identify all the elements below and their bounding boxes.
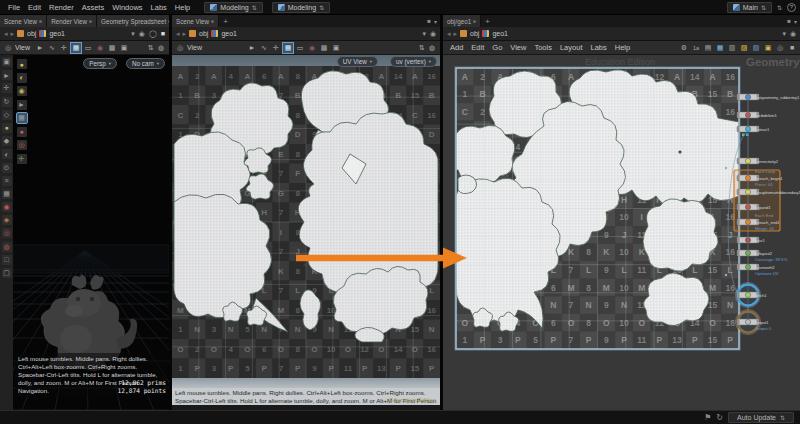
paint-select-icon[interactable]: ● [17, 127, 27, 137]
node-groupfromattribboundary1[interactable]: groupfromattribboundary1 [737, 189, 800, 195]
rotate-tool-icon[interactable]: ↻ [2, 97, 12, 107]
pose-tool-icon[interactable]: ● [2, 123, 12, 133]
info-icon[interactable]: ◍ [427, 43, 437, 53]
new-tab-button[interactable]: + [481, 15, 494, 27]
shapes-icon[interactable]: ▧ [751, 43, 761, 53]
forward-icon[interactable]: ▸ [454, 30, 458, 38]
camera-select-pill[interactable]: No cam▾ [126, 58, 165, 69]
layout-icon[interactable]: ⇅ [417, 43, 427, 53]
network-menu-layout[interactable]: Layout [556, 42, 587, 53]
menu-assets[interactable]: Assets [78, 2, 109, 13]
path-caret-icon[interactable]: ▾ [422, 30, 426, 38]
soft-select-icon[interactable]: ◎ [17, 140, 27, 150]
path-root[interactable]: obj [27, 30, 36, 37]
menu-edit[interactable]: Edit [24, 2, 45, 13]
node-output1[interactable]: output1Output 0 [736, 310, 772, 335]
back-icon[interactable]: ◂ [4, 30, 8, 38]
network-menu-view[interactable]: View [506, 42, 530, 53]
node-attribdelete1[interactable]: attribdelete1 [737, 112, 778, 118]
desktop-selector[interactable]: Main ⇅ [727, 2, 772, 13]
link-icon[interactable]: ◯ [149, 30, 157, 38]
network-menu-tools[interactable]: Tools [530, 42, 556, 53]
path-caret-icon[interactable]: ▾ [782, 30, 786, 38]
lighting-icon[interactable]: ● [17, 59, 27, 69]
info-icon[interactable]: ◍ [156, 43, 166, 53]
layout-icon[interactable]: ⇅ [146, 43, 156, 53]
notes-icon[interactable]: ▨ [739, 43, 749, 53]
view-toolbar-label[interactable]: View [187, 44, 202, 51]
camera-pin-icon[interactable]: ▢ [2, 268, 12, 278]
tab-scene-view[interactable]: Scene View [0, 15, 47, 27]
lasso-icon[interactable]: ∿ [47, 43, 57, 53]
path-node[interactable]: geo1 [49, 30, 65, 37]
render-ring-icon[interactable]: ◉ [95, 43, 105, 53]
pane-menu-caret-icon[interactable]: ▾ [794, 18, 797, 25]
pin-icon[interactable]: ◉ [139, 30, 145, 38]
view-menu-icon[interactable]: ◎ [175, 43, 185, 53]
tab-obj-geo1[interactable]: obj/geo1 [443, 15, 481, 27]
uv-attribute-pill[interactable]: uv (vertex)▾ [390, 56, 437, 67]
network-menu-add[interactable]: Add [446, 42, 467, 53]
magnet-edge-icon[interactable]: ◈ [2, 215, 12, 225]
magnet-grid-icon[interactable]: ◍ [2, 242, 12, 252]
select-arrow-icon[interactable]: ► [17, 100, 27, 110]
menu-file[interactable]: File [4, 2, 24, 13]
forward-icon[interactable]: ▸ [183, 30, 187, 38]
shade-mode-icon[interactable]: ◉ [17, 86, 27, 96]
network-menu-help[interactable]: Help [611, 42, 634, 53]
tab-render-view[interactable]: Render View [47, 15, 97, 27]
select-mode-icon[interactable]: ► [35, 43, 45, 53]
snap-point-icon[interactable]: ⊙ [2, 163, 12, 173]
render-ring-icon[interactable]: ◉ [307, 43, 317, 53]
menu-render[interactable]: Render [45, 2, 78, 13]
back-icon[interactable]: ◂ [447, 30, 451, 38]
pane-menu-caret-icon[interactable]: ▾ [434, 18, 437, 25]
path-node[interactable]: geo1 [492, 30, 508, 37]
list-view-icon[interactable]: ▤ [703, 43, 713, 53]
node-autouv1[interactable]: autouv1 [737, 126, 770, 136]
node-fuse1[interactable]: fuse1 [737, 237, 766, 243]
network-canvas[interactable]: Education Edition Geometry A2A4A6A8A10A1… [443, 55, 800, 410]
snap-grid-icon[interactable]: ▦ [71, 43, 81, 53]
shelf-set-0[interactable]: Modeling⇅ [204, 2, 262, 13]
box-icon[interactable]: ▭ [83, 43, 93, 53]
uv-view-pill[interactable]: UV View▾ [337, 56, 378, 67]
help-icon[interactable]: ? [787, 3, 796, 12]
node-uvsmooth2[interactable]: uvsmooth2Optimize UV [737, 264, 779, 276]
snap-edge-icon[interactable]: ≡ [2, 176, 12, 186]
magnet-point-icon[interactable]: ◉ [2, 202, 12, 212]
folder-icon[interactable]: ▣ [763, 43, 773, 53]
magnet-prim-icon[interactable]: ◎ [2, 228, 12, 238]
pane-split-icon[interactable]: ■ [427, 18, 431, 24]
shade-icon[interactable]: ▩ [319, 43, 329, 53]
material-icon[interactable]: ▣ [119, 43, 129, 53]
forward-icon[interactable]: ▸ [11, 30, 15, 38]
snap-grid-icon[interactable]: ▦ [283, 43, 293, 53]
back-icon[interactable]: ◂ [176, 30, 180, 38]
camera-persp-pill[interactable]: Persp▾ [83, 58, 117, 69]
node-uvlayout2[interactable]: uvlayout2Coverage: 99.6% [737, 250, 788, 262]
lasso-icon[interactable]: ∿ [259, 43, 269, 53]
path-node[interactable]: geo1 [221, 30, 237, 37]
pin-icon[interactable]: ◉ [790, 30, 796, 38]
path-root[interactable]: obj [470, 30, 479, 37]
node-stitch1[interactable]: stitch1 [736, 283, 768, 308]
menu-help[interactable]: Help [171, 2, 194, 13]
node-testgeometry_rubbertoy1[interactable]: testgeometry_rubbertoy1 [737, 94, 800, 100]
update-mode-selector[interactable]: Auto Update ⇅ [728, 412, 794, 423]
menu-windows[interactable]: Windows [108, 2, 146, 13]
snap-prim-icon[interactable]: ▦ [2, 189, 12, 199]
show-display-icon[interactable]: ▣ [2, 57, 12, 67]
view-menu-icon[interactable]: ◎ [3, 43, 13, 53]
tab-scene-view[interactable]: Scene View [172, 15, 219, 27]
handles-icon[interactable]: ◆ [2, 136, 12, 146]
tab-geometry-spreadsheet[interactable]: Geometry Spreadsheet [97, 15, 176, 27]
uv-viewport[interactable]: A2A4A6A8A10A12A14A161B3B5B7B9B11B13B15BC… [172, 55, 440, 410]
move-icon[interactable]: ✛ [59, 43, 69, 53]
box-select-icon[interactable]: ▦ [17, 113, 27, 123]
pin-icon[interactable]: ◉ [430, 30, 436, 38]
shade-icon[interactable]: ▩ [107, 43, 117, 53]
shelf-set-1[interactable]: Modeling⇅ [272, 2, 330, 13]
message-flag-icon[interactable]: ⚑ [704, 413, 711, 422]
node-connectivity2[interactable]: connectivity2 [737, 158, 779, 164]
